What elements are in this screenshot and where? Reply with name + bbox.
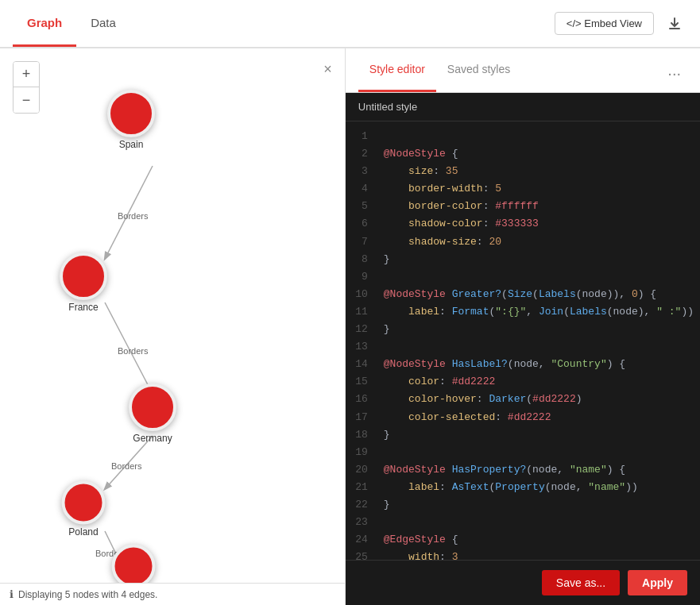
code-editor[interactable]: Untitled style 12345 678910 1112131415 1… xyxy=(346,93,700,560)
zoom-in-button[interactable]: + xyxy=(14,62,39,87)
style-panel-tabs: Style editor Saved styles ... xyxy=(346,48,700,93)
node-spain[interactable]: Spain xyxy=(107,90,155,150)
code-line-25: width: 3 xyxy=(384,549,694,560)
svg-line-2 xyxy=(105,302,153,394)
code-line-8: } xyxy=(384,251,694,268)
code-line-12: } xyxy=(384,321,694,338)
tab-graph[interactable]: Graph xyxy=(13,0,76,47)
top-bar-right: </> Embed View xyxy=(555,11,687,37)
node-germany[interactable]: Germany xyxy=(129,383,176,444)
code-line-18: } xyxy=(384,426,694,444)
main-layout: + − × Borders Borders Borders Borders xyxy=(0,48,700,605)
zoom-out-button[interactable]: − xyxy=(14,87,39,113)
line-numbers: 12345 678910 1112131415 1617181920 21222… xyxy=(346,121,377,560)
node-circle-spain[interactable] xyxy=(107,90,155,137)
tab-data[interactable]: Data xyxy=(76,0,130,47)
code-line-14: @NodeStyle HasLabel?(node, "Country") { xyxy=(384,356,694,373)
code-line-3: size: 35 xyxy=(384,163,694,180)
zoom-controls: + − xyxy=(13,61,40,114)
node-label-spain: Spain xyxy=(119,139,144,150)
code-line-23 xyxy=(384,514,694,531)
info-icon: ℹ xyxy=(10,588,14,600)
tab-saved-styles[interactable]: Saved styles xyxy=(436,48,521,92)
svg-text:Borders: Borders xyxy=(111,461,142,471)
code-lines: @NodeStyle { size: 35 border-width: 5 bo… xyxy=(377,121,700,560)
code-line-4: border-width: 5 xyxy=(384,180,694,198)
node-circle-germany[interactable] xyxy=(129,383,176,431)
editor-bottom-bar: Save as... Apply xyxy=(346,560,700,605)
code-line-19 xyxy=(384,444,694,461)
main-tabs: Graph Data xyxy=(13,0,130,47)
download-button[interactable] xyxy=(662,11,687,37)
code-line-1 xyxy=(384,128,694,145)
code-line-21: label: AsText(Property(node, "name")) xyxy=(384,479,694,496)
status-text: Displaying 5 nodes with 4 edges. xyxy=(18,589,157,600)
node-label-france: France xyxy=(68,302,98,313)
svg-line-4 xyxy=(105,436,153,489)
code-line-17: color-selected: #dd2222 xyxy=(384,409,694,426)
tab-style-editor[interactable]: Style editor xyxy=(358,48,436,92)
node-poland[interactable]: Poland xyxy=(62,481,106,538)
node-circle-france[interactable] xyxy=(60,252,107,300)
svg-line-0 xyxy=(105,166,153,259)
code-line-13 xyxy=(384,338,694,356)
code-title: Untitled style xyxy=(346,93,700,121)
save-as-button[interactable]: Save as... xyxy=(542,570,620,595)
node-label-poland: Poland xyxy=(68,526,98,538)
code-line-5: border-color: #ffffff xyxy=(384,198,694,215)
node-france[interactable]: France xyxy=(60,252,107,313)
code-content: 12345 678910 1112131415 1617181920 21222… xyxy=(346,121,700,560)
apply-button[interactable]: Apply xyxy=(628,570,687,595)
svg-text:Borders: Borders xyxy=(118,346,149,356)
code-line-24: @EdgeStyle { xyxy=(384,531,694,549)
code-line-15: color: #dd2222 xyxy=(384,373,694,391)
code-line-6: shadow-color: #333333 xyxy=(384,215,694,233)
style-more-button[interactable]: ... xyxy=(661,61,687,79)
svg-text:Borders: Borders xyxy=(118,211,149,221)
code-line-22: } xyxy=(384,496,694,514)
node-label-germany: Germany xyxy=(133,433,172,444)
code-line-20: @NodeStyle HasProperty?(node, "name") { xyxy=(384,461,694,479)
node-circle-poland[interactable] xyxy=(62,481,106,525)
code-line-2: @NodeStyle { xyxy=(384,145,694,163)
top-bar: Graph Data </> Embed View xyxy=(0,0,700,48)
code-line-11: label: Format(":{}", Join(Labels(node), … xyxy=(384,303,694,321)
embed-view-button[interactable]: </> Embed View xyxy=(555,12,654,35)
style-panel: Style editor Saved styles ... Untitled s… xyxy=(346,48,700,605)
close-panel-button[interactable]: × xyxy=(323,61,332,78)
node-circle-russia[interactable] xyxy=(112,545,156,588)
code-line-9 xyxy=(384,268,694,286)
status-bar: ℹ Displaying 5 nodes with 4 edges. xyxy=(0,583,345,605)
graph-edges-svg: Borders Borders Borders Borders xyxy=(0,48,345,605)
code-line-7: shadow-size: 20 xyxy=(384,233,694,251)
graph-panel: + − × Borders Borders Borders Borders xyxy=(0,48,346,605)
code-line-10: @NodeStyle Greater?(Size(Labels(node)), … xyxy=(384,286,694,303)
code-line-16: color-hover: Darker(#dd2222) xyxy=(384,391,694,408)
